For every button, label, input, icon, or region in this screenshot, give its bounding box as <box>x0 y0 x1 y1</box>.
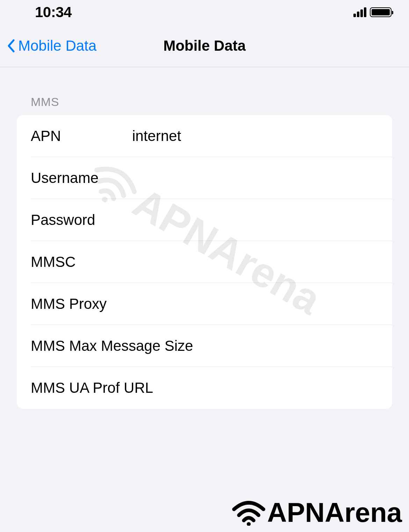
cellular-signal-icon <box>353 7 366 17</box>
mms-ua-prof-row[interactable]: MMS UA Prof URL <box>17 367 392 409</box>
back-button[interactable]: Mobile Data <box>0 37 96 54</box>
status-bar: 10:34 <box>0 0 409 24</box>
password-label: Password <box>31 212 132 228</box>
mms-proxy-row[interactable]: MMS Proxy <box>17 283 392 325</box>
username-row[interactable]: Username <box>17 157 392 199</box>
mms-proxy-input[interactable] <box>132 296 378 312</box>
mmsc-row[interactable]: MMSC <box>17 241 392 283</box>
password-input[interactable] <box>132 212 378 228</box>
mms-settings-group: APN Username Password MMSC MMS Proxy MMS… <box>17 115 392 409</box>
status-time: 10:34 <box>35 4 72 21</box>
footer-logo: APNArena <box>232 497 402 529</box>
battery-icon <box>370 7 392 17</box>
page-title: Mobile Data <box>163 37 246 54</box>
footer-brand-text: APNArena <box>267 497 402 529</box>
svg-point-1 <box>247 522 251 526</box>
back-label: Mobile Data <box>18 37 96 54</box>
apn-label: APN <box>31 128 132 144</box>
mmsc-label: MMSC <box>31 254 132 270</box>
status-indicators <box>353 7 392 17</box>
apn-row[interactable]: APN <box>17 115 392 157</box>
mms-proxy-label: MMS Proxy <box>31 296 132 312</box>
section-header-mms: MMS <box>17 67 392 115</box>
wifi-icon <box>232 499 265 526</box>
apn-input[interactable] <box>132 128 378 144</box>
mmsc-input[interactable] <box>132 254 378 270</box>
username-label: Username <box>31 170 132 186</box>
navigation-bar: Mobile Data Mobile Data <box>0 24 409 67</box>
mms-ua-prof-input[interactable] <box>194 380 378 396</box>
mms-max-size-row[interactable]: MMS Max Message Size <box>17 325 392 367</box>
mms-max-size-label: MMS Max Message Size <box>31 338 194 354</box>
password-row[interactable]: Password <box>17 199 392 241</box>
mms-max-size-input[interactable] <box>194 338 378 354</box>
chevron-back-icon <box>7 39 15 52</box>
username-input[interactable] <box>132 170 378 186</box>
content-area: MMS APN Username Password MMSC MMS Proxy… <box>0 67 409 409</box>
mms-ua-prof-label: MMS UA Prof URL <box>31 380 194 396</box>
